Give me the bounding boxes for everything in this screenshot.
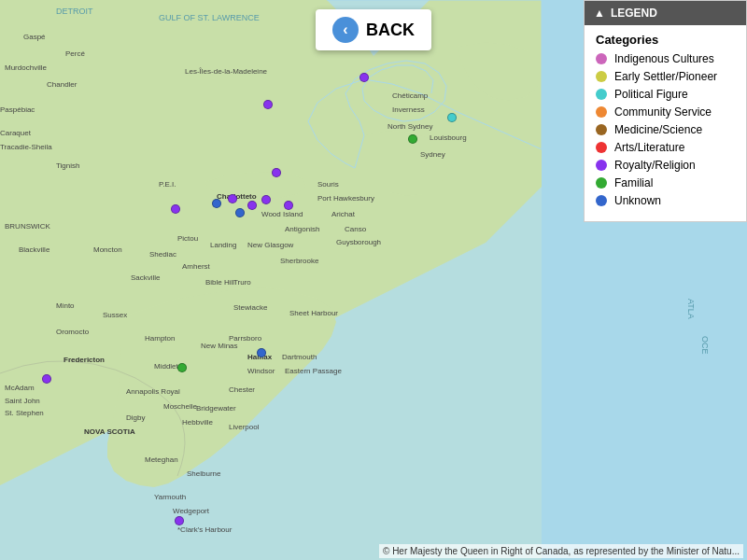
map-dot[interactable] bbox=[359, 73, 369, 82]
svg-text:Shelburne: Shelburne bbox=[187, 469, 221, 478]
legend-item-label: Early Settler/Pioneer bbox=[614, 70, 717, 83]
svg-text:Louisbourg: Louisbourg bbox=[430, 133, 467, 142]
svg-text:Wood Island: Wood Island bbox=[261, 210, 303, 218]
svg-text:Shediac: Shediac bbox=[149, 250, 176, 259]
map-dot[interactable] bbox=[42, 374, 51, 384]
svg-text:Sydney: Sydney bbox=[420, 150, 445, 159]
legend-item-label: Indigenous Cultures bbox=[614, 52, 714, 65]
map-dot[interactable] bbox=[263, 100, 273, 109]
map-dot[interactable] bbox=[171, 204, 180, 214]
svg-text:Parrsboro: Parrsboro bbox=[229, 334, 262, 343]
svg-text:Saint John: Saint John bbox=[5, 397, 40, 405]
legend-dot bbox=[596, 142, 607, 153]
legend-item: Community Service bbox=[596, 105, 735, 119]
map-dot[interactable] bbox=[447, 113, 457, 122]
svg-text:Percé: Percé bbox=[65, 49, 85, 58]
legend-categories-label: Categories bbox=[596, 33, 735, 47]
svg-text:Pictou: Pictou bbox=[177, 234, 198, 243]
svg-text:Tracadie-Sheila: Tracadie-Sheila bbox=[0, 143, 52, 151]
back-button[interactable]: ‹ BACK bbox=[316, 9, 431, 50]
svg-text:Paspébiac: Paspébiac bbox=[0, 105, 35, 114]
map-container: DETROIT GULF OF ST. LAWRENCE ATLA OCE Ga… bbox=[0, 0, 747, 560]
legend-item-label: Community Service bbox=[614, 105, 712, 119]
svg-text:Amherst: Amherst bbox=[182, 262, 211, 271]
legend-arrow-icon: ▲ bbox=[594, 7, 605, 20]
svg-text:Sussex: Sussex bbox=[103, 311, 127, 319]
svg-text:Gaspé: Gaspé bbox=[23, 33, 46, 41]
map-dot[interactable] bbox=[261, 195, 271, 204]
back-label: BACK bbox=[366, 21, 415, 40]
legend-item: Medicine/Science bbox=[596, 123, 735, 136]
svg-text:Arichat: Arichat bbox=[331, 210, 356, 218]
legend-item: Early Settler/Pioneer bbox=[596, 70, 735, 83]
svg-text:Tignish: Tignish bbox=[56, 161, 80, 170]
svg-text:DETROIT: DETROIT bbox=[56, 7, 93, 16]
svg-text:Moncton: Moncton bbox=[93, 245, 122, 254]
svg-text:Chester: Chester bbox=[229, 385, 255, 394]
map-dot[interactable] bbox=[175, 516, 184, 525]
map-dot[interactable] bbox=[408, 134, 417, 144]
svg-text:Meteghan: Meteghan bbox=[145, 455, 178, 464]
svg-text:Chandler: Chandler bbox=[47, 80, 78, 89]
svg-text:BRUNSWICK: BRUNSWICK bbox=[5, 222, 51, 231]
legend-body: Categories Indigenous Cultures Early Set… bbox=[585, 25, 746, 221]
legend-item: Arts/Literature bbox=[596, 141, 735, 154]
legend-item: Unknown bbox=[596, 194, 735, 207]
svg-text:Moschelle: Moschelle bbox=[163, 402, 198, 411]
legend-item: Royalty/Religion bbox=[596, 159, 735, 172]
legend-item-label: Medicine/Science bbox=[614, 123, 702, 136]
svg-text:Blackville: Blackville bbox=[19, 245, 50, 254]
svg-text:Windsor: Windsor bbox=[247, 367, 275, 375]
svg-text:Sackville: Sackville bbox=[131, 273, 161, 282]
legend-dot bbox=[596, 124, 607, 135]
legend-dot bbox=[596, 53, 607, 64]
map-dot[interactable] bbox=[235, 208, 245, 217]
svg-text:North Sydney: North Sydney bbox=[388, 122, 432, 131]
map-dot[interactable] bbox=[177, 363, 187, 372]
legend-item-label: Political Figure bbox=[614, 88, 688, 101]
legend-item-label: Unknown bbox=[614, 194, 661, 207]
svg-text:OCE: OCE bbox=[700, 336, 710, 355]
legend-item-label: Familial bbox=[614, 176, 653, 189]
svg-text:St. Stephen: St. Stephen bbox=[5, 409, 44, 417]
svg-text:Chéticamp: Chéticamp bbox=[392, 91, 429, 100]
svg-text:Minto: Minto bbox=[56, 301, 75, 310]
svg-text:Canso: Canso bbox=[345, 225, 367, 233]
svg-text:Caraquet: Caraquet bbox=[0, 129, 32, 137]
legend-dot bbox=[596, 160, 607, 171]
legend-item: Political Figure bbox=[596, 88, 735, 101]
legend-item-label: Royalty/Religion bbox=[614, 159, 696, 172]
legend-dot bbox=[596, 71, 607, 82]
svg-text:Oromocto: Oromocto bbox=[56, 328, 90, 336]
legend-dot bbox=[596, 195, 607, 206]
legend-dot bbox=[596, 177, 607, 189]
svg-text:Landing: Landing bbox=[210, 241, 236, 249]
svg-text:Stewiacke: Stewiacke bbox=[233, 303, 268, 312]
legend-title: LEGEND bbox=[611, 7, 657, 20]
svg-text:Sherbrooke: Sherbrooke bbox=[280, 257, 319, 265]
svg-text:Antigonish: Antigonish bbox=[285, 225, 319, 233]
legend-items: Indigenous Cultures Early Settler/Pionee… bbox=[596, 52, 735, 207]
svg-text:Dartmouth: Dartmouth bbox=[282, 353, 317, 361]
map-dot[interactable] bbox=[228, 194, 237, 203]
legend-item-label: Arts/Literature bbox=[614, 141, 684, 154]
svg-text:Bridgewater: Bridgewater bbox=[196, 404, 236, 413]
svg-text:Eastern Passage: Eastern Passage bbox=[285, 367, 342, 375]
map-dot[interactable] bbox=[247, 201, 257, 210]
legend-item: Indigenous Cultures bbox=[596, 52, 735, 65]
svg-text:Bible Hill: Bible Hill bbox=[205, 278, 234, 287]
svg-text:Sheet Harbour: Sheet Harbour bbox=[289, 309, 338, 317]
svg-text:Inverness: Inverness bbox=[392, 105, 425, 114]
legend-dot bbox=[596, 89, 607, 100]
map-dot[interactable] bbox=[284, 201, 293, 210]
svg-text:Murdochville: Murdochville bbox=[5, 63, 47, 72]
legend-item: Familial bbox=[596, 176, 735, 189]
svg-text:Souris: Souris bbox=[317, 180, 339, 189]
map-dot[interactable] bbox=[257, 348, 266, 357]
map-dot[interactable] bbox=[212, 199, 221, 208]
svg-text:Wedgeport: Wedgeport bbox=[173, 507, 210, 515]
svg-text:Digby: Digby bbox=[126, 413, 145, 422]
svg-text:Les-Îles-de-la-Madeleine: Les-Îles-de-la-Madeleine bbox=[185, 67, 268, 76]
svg-text:Port Hawkesbury: Port Hawkesbury bbox=[317, 194, 374, 203]
map-dot[interactable] bbox=[272, 168, 281, 177]
